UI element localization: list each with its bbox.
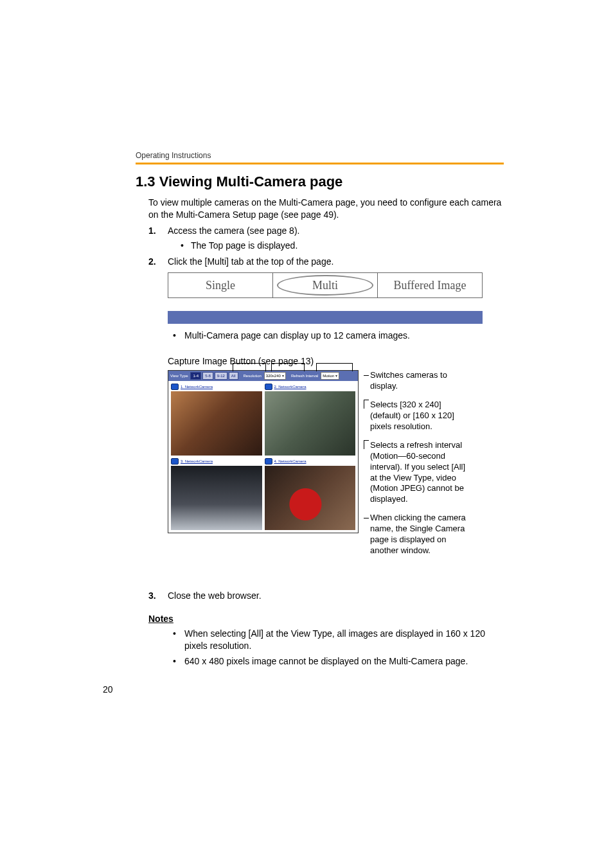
tab-single-label: Single — [206, 279, 235, 292]
page-number: 20 — [103, 684, 113, 695]
step-2-text: Click the [Multi] tab at the top of the … — [168, 256, 333, 267]
annotation-camera-name: When clicking the camera name, the Singl… — [364, 513, 470, 556]
multicam-screenshot: View Type 1-4 5-8 9-12 All Resolution 32… — [168, 370, 359, 533]
camera-grid: 1. NetworkCamera 2. NetworkCamera 3. Net… — [168, 381, 358, 533]
tabs-blue-bar — [168, 311, 483, 324]
section-title: 1.3 Viewing Multi-Camera page — [136, 173, 504, 190]
tab-multi-label: Multi — [312, 279, 338, 292]
tabs-figure: Single Multi Buffered Image — [168, 272, 483, 324]
view-type-9-12-button[interactable]: 9-12 — [215, 372, 227, 380]
tabs-figure-note: Multi-Camera page can display up to 12 c… — [168, 330, 504, 341]
camera-cell-2: 2. NetworkCamera — [265, 384, 356, 456]
multicam-toolbar: View Type 1-4 5-8 9-12 All Resolution 32… — [168, 371, 358, 381]
refresh-interval-label: Refresh Interval — [291, 374, 318, 378]
step-3-number: 3. — [148, 590, 156, 602]
camera-cell-4: 4. NetworkCamera — [265, 458, 356, 530]
note-2: 640 x 480 pixels image cannot be display… — [168, 655, 504, 668]
view-type-all-button[interactable]: All — [229, 372, 238, 380]
camera-cell-1: 1. NetworkCamera — [171, 384, 262, 456]
header-rule — [136, 163, 504, 164]
view-type-5-8-button[interactable]: 5-8 — [202, 372, 213, 380]
page: Operating Instructions 1.3 Viewing Multi… — [0, 0, 613, 868]
tabs-figure-note-text: Multi-Camera page can display up to 12 c… — [168, 330, 504, 341]
step-3-text: Close the web browser. — [168, 590, 262, 601]
notes-heading: Notes — [148, 614, 504, 624]
multicam-figure: View Type 1-4 5-8 9-12 All Resolution 32… — [168, 370, 504, 563]
view-type-label: View Type — [170, 374, 188, 378]
camera-1-image — [171, 391, 262, 456]
camera-3-link[interactable]: 3. NetworkCamera — [171, 458, 262, 465]
camera-1-link[interactable]: 1. NetworkCamera — [171, 384, 262, 390]
camera-4-link[interactable]: 4. NetworkCamera — [265, 458, 356, 465]
tab-multi[interactable]: Multi — [272, 273, 377, 297]
camera-2-link[interactable]: 2. NetworkCamera — [265, 384, 356, 390]
step-1: 1. Access the camera (see page 8). The T… — [148, 225, 504, 252]
annotation-refresh-interval: Selects a refresh interval (Motion—60-se… — [364, 440, 470, 505]
camera-3-image — [171, 466, 262, 530]
annotation-resolution: Selects [320 x 240] (default) or [160 x … — [364, 400, 470, 432]
tab-buffered-image[interactable]: Buffered Image — [377, 273, 482, 297]
step-1-text: Access the camera (see page 8). — [168, 226, 299, 236]
step-2-number: 2. — [148, 256, 156, 268]
steps-list: 1. Access the camera (see page 8). The T… — [148, 225, 504, 268]
notes-list: When selecting [All] at the View Type, a… — [168, 628, 504, 668]
camera-4-image — [265, 466, 356, 530]
view-type-1-4-button[interactable]: 1-4 — [190, 372, 201, 380]
tabs-row: Single Multi Buffered Image — [168, 272, 483, 298]
resolution-select[interactable]: 320x240 — [264, 372, 286, 380]
camera-2-image — [265, 391, 356, 456]
capture-image-caption: Capture Image Button (see page 13) — [168, 356, 504, 366]
running-head: Operating Instructions — [136, 151, 504, 160]
tab-single[interactable]: Single — [168, 273, 272, 297]
refresh-interval-select[interactable]: Motion — [321, 372, 339, 380]
intro-paragraph: To view multiple cameras on the Multi-Ca… — [148, 197, 504, 221]
steps-list-continued: 3. Close the web browser. — [148, 590, 504, 602]
annotation-view-type: Switches cameras to display. — [364, 370, 470, 392]
step-3: 3. Close the web browser. — [148, 590, 504, 602]
step-1-number: 1. — [148, 225, 156, 237]
camera-cell-3: 3. NetworkCamera — [171, 458, 262, 530]
note-1: When selecting [All] at the View Type, a… — [168, 628, 504, 652]
step-2: 2. Click the [Multi] tab at the top of t… — [148, 256, 504, 268]
tab-buffered-label: Buffered Image — [393, 279, 466, 292]
multicam-annotations: Switches cameras to display. Selects [32… — [364, 370, 470, 563]
step-1-sub-1: The Top page is displayed. — [181, 240, 504, 252]
resolution-label: Resolution — [244, 374, 262, 378]
